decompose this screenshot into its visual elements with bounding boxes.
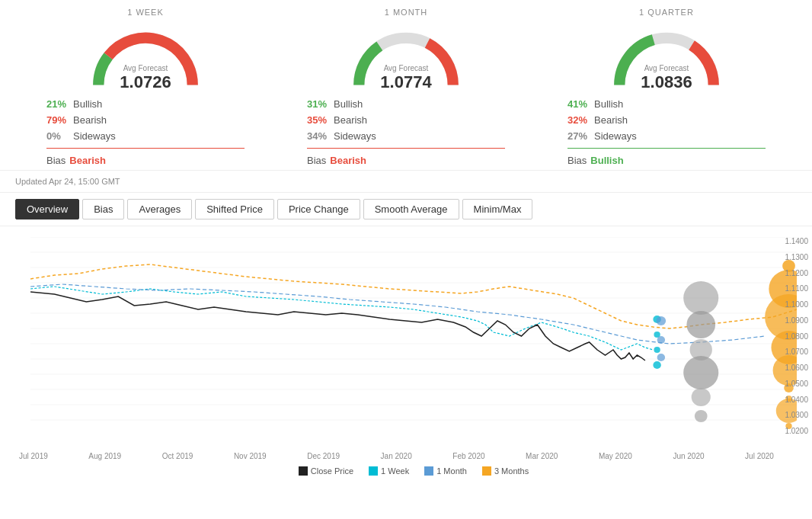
bearish-row-quarter: 32% Bearish bbox=[567, 114, 766, 126]
y-axis-label: 1.0200 bbox=[785, 427, 808, 435]
x-axis-label: Dec 2019 bbox=[307, 452, 340, 460]
bullish-row-quarter: 41% Bullish bbox=[567, 98, 766, 110]
sideways-row-month: 34% Sideways bbox=[307, 130, 505, 142]
tabs-bar: OverviewBiasAveragesShifted PricePrice C… bbox=[0, 193, 812, 226]
y-axis-label: 1.0900 bbox=[785, 316, 808, 325]
panel-week: 1 WEEK Avg Forecast 1.0726 21% bbox=[31, 8, 260, 166]
legend-dot-close-price bbox=[299, 466, 308, 476]
stats-quarter: 41% Bullish 32% Bearish 27% Sideways Bia… bbox=[552, 98, 781, 166]
gauge-month: Avg Forecast 1.0774 bbox=[337, 20, 475, 92]
y-axis-label: 1.1000 bbox=[785, 300, 808, 309]
gauge-quarter: Avg Forecast 1.0836 bbox=[598, 20, 735, 92]
legend-label-1week: 1 Week bbox=[381, 466, 409, 476]
panel-title-quarter: 1 QUARTER bbox=[639, 8, 694, 17]
sideways-row-week: 0% Sideways bbox=[46, 130, 245, 142]
legend-bar: Close Price1 Week1 Month3 Months bbox=[15, 462, 812, 480]
y-axis-label: 1.0600 bbox=[785, 364, 808, 372]
svg-point-22 bbox=[653, 361, 660, 369]
bearish-row-week: 79% Bearish bbox=[46, 114, 245, 126]
divider-month bbox=[307, 148, 505, 149]
svg-point-17 bbox=[692, 388, 711, 406]
legend-label-1month: 1 Month bbox=[436, 466, 467, 476]
tab-price-change[interactable]: Price Change bbox=[277, 199, 360, 219]
svg-point-23 bbox=[657, 316, 667, 325]
stats-week: 21% Bullish 79% Bearish 0% Sideways Bias… bbox=[31, 98, 260, 166]
x-axis-label: Aug 2019 bbox=[88, 452, 121, 460]
chart-area: 1.14001.13001.12001.11001.10001.09001.08… bbox=[15, 229, 812, 450]
chart-svg bbox=[30, 237, 797, 435]
updated-text: Updated Apr 24, 15:00 GMT bbox=[15, 177, 120, 186]
y-axis-label: 1.0500 bbox=[785, 380, 808, 388]
panel-title-month: 1 MONTH bbox=[385, 8, 428, 17]
legend-dot-1month bbox=[424, 466, 433, 476]
panel-quarter: 1 QUARTER Avg Forecast 1.0836 41% bbox=[552, 8, 781, 166]
gauge-week: Avg Forecast 1.0726 bbox=[77, 20, 214, 92]
legend-1week: 1 Week bbox=[369, 466, 409, 476]
bullish-row-week: 21% Bullish bbox=[46, 98, 245, 110]
y-axis-label: 1.0800 bbox=[785, 332, 808, 341]
bearish-row-month: 35% Bearish bbox=[307, 114, 505, 126]
y-axis-label: 1.0400 bbox=[785, 396, 808, 404]
top-section: 1 WEEK Avg Forecast 1.0726 21% bbox=[0, 0, 812, 171]
x-axis-labels: Jul 2019Aug 2019Oct 2019Nov 2019Dec 2019… bbox=[15, 450, 812, 462]
tab-averages[interactable]: Averages bbox=[127, 199, 192, 219]
stats-month: 31% Bullish 35% Bearish 34% Sideways Bia… bbox=[292, 98, 520, 166]
y-axis-label: 1.1100 bbox=[785, 284, 808, 293]
x-axis-label: Jun 2020 bbox=[673, 452, 704, 460]
x-axis-label: Nov 2019 bbox=[234, 452, 267, 460]
x-axis-label: May 2020 bbox=[599, 452, 632, 460]
legend-dot-3months bbox=[482, 466, 491, 476]
svg-point-14 bbox=[686, 311, 715, 338]
divider-week bbox=[46, 148, 245, 149]
svg-point-16 bbox=[683, 356, 718, 389]
legend-3months: 3 Months bbox=[482, 466, 529, 476]
gauge-label-month: Avg Forecast 1.0774 bbox=[380, 56, 431, 92]
y-axis-label: 1.0300 bbox=[785, 411, 808, 419]
x-axis-label: Feb 2020 bbox=[452, 452, 484, 460]
y-axis-label: 1.1300 bbox=[785, 253, 808, 261]
panel-month: 1 MONTH Avg Forecast 1.0774 31% bbox=[292, 8, 520, 166]
legend-label-close-price: Close Price bbox=[311, 466, 353, 476]
chart-wrapper: 1.14001.13001.12001.11001.10001.09001.08… bbox=[0, 226, 812, 480]
tab-smooth-average[interactable]: Smooth Average bbox=[363, 199, 459, 219]
y-axis-label: 1.1400 bbox=[785, 237, 808, 245]
svg-point-24 bbox=[657, 336, 665, 344]
legend-label-3months: 3 Months bbox=[494, 466, 529, 476]
svg-point-25 bbox=[657, 354, 665, 361]
tab-shifted-price[interactable]: Shifted Price bbox=[195, 199, 274, 219]
y-axis-label: 1.1200 bbox=[785, 269, 808, 277]
tab-overview[interactable]: Overview bbox=[15, 199, 79, 219]
bias-row-month: Bias Bearish bbox=[307, 155, 505, 166]
y-axis-label: 1.0700 bbox=[785, 348, 808, 356]
tab-minim-max[interactable]: Minim/Max bbox=[462, 199, 533, 219]
svg-point-21 bbox=[654, 347, 660, 353]
divider-quarter bbox=[567, 148, 766, 149]
legend-close-price: Close Price bbox=[299, 466, 353, 476]
bias-row-week: Bias Bearish bbox=[46, 155, 245, 166]
legend-1month: 1 Month bbox=[424, 466, 467, 476]
x-axis-label: Jul 2020 bbox=[745, 452, 774, 460]
panel-title-week: 1 WEEK bbox=[127, 8, 164, 17]
y-axis-labels: 1.14001.13001.12001.11001.10001.09001.08… bbox=[785, 237, 808, 435]
x-axis-label: Jan 2020 bbox=[381, 452, 412, 460]
x-axis-label: Mar 2020 bbox=[526, 452, 558, 460]
sideways-row-quarter: 27% Sideways bbox=[567, 130, 766, 142]
legend-dot-1week bbox=[369, 466, 378, 476]
updated-bar: Updated Apr 24, 15:00 GMT bbox=[0, 171, 812, 193]
svg-point-18 bbox=[695, 410, 708, 422]
tab-bias[interactable]: Bias bbox=[82, 199, 124, 219]
svg-point-13 bbox=[683, 281, 718, 315]
bias-row-quarter: Bias Bullish bbox=[567, 155, 766, 166]
gauge-label-quarter: Avg Forecast 1.0836 bbox=[641, 56, 692, 92]
gauge-label-week: Avg Forecast 1.0726 bbox=[120, 56, 171, 92]
x-axis-label: Jul 2019 bbox=[19, 452, 48, 460]
bullish-row-month: 31% Bullish bbox=[307, 98, 505, 110]
x-axis-label: Oct 2019 bbox=[162, 452, 193, 460]
